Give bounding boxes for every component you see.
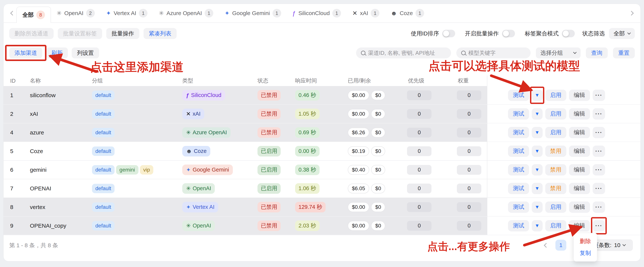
- azure-openai-icon: ✳: [159, 10, 164, 16]
- more-actions-button[interactable]: ···: [593, 146, 605, 157]
- batch-ops-button[interactable]: 批量操作: [106, 28, 139, 39]
- tabs-scroll-right[interactable]: [628, 12, 635, 15]
- test-button[interactable]: 测试: [508, 90, 529, 101]
- weight-input[interactable]: 0: [457, 146, 481, 156]
- add-channel-button[interactable]: 添加渠道: [9, 48, 42, 58]
- test-model-dropdown-button[interactable]: ▼: [532, 90, 542, 101]
- response-time-badge[interactable]: 0.46 秒: [295, 90, 320, 101]
- enable-button[interactable]: 启用: [545, 220, 566, 231]
- priority-input[interactable]: 0: [407, 109, 432, 119]
- tab-vertex-ai[interactable]: ✦Vertex AI1: [100, 4, 153, 23]
- weight-input[interactable]: 0: [457, 221, 481, 231]
- test-model-dropdown-button[interactable]: ▼: [532, 108, 542, 120]
- response-time-badge[interactable]: 0.69 秒: [295, 127, 320, 138]
- batch-tag-button[interactable]: 批量设置标签: [58, 28, 102, 39]
- test-model-dropdown-button[interactable]: ▼: [532, 127, 542, 138]
- type-pill: ✦Google Gemini: [182, 165, 233, 175]
- test-model-dropdown-button[interactable]: ▼: [532, 164, 542, 175]
- test-button[interactable]: 测试: [508, 220, 529, 231]
- weight-input[interactable]: 0: [457, 165, 481, 175]
- toggle-group: 使用ID排序开启批量操作标签聚合模式: [411, 30, 578, 38]
- model-keyword-input[interactable]: [468, 50, 526, 56]
- edit-button[interactable]: 编辑: [569, 127, 590, 138]
- tabs-scroll-left[interactable]: [9, 12, 16, 15]
- response-time-badge[interactable]: 1.06 秒: [295, 183, 320, 194]
- enable-button[interactable]: 启用: [545, 108, 566, 120]
- delete-selected-button[interactable]: 删除所选通道: [9, 28, 54, 39]
- enable-button[interactable]: 启用: [545, 201, 566, 213]
- tab-openai[interactable]: ✳OpenAI2: [51, 4, 100, 23]
- response-time-badge[interactable]: 0.00 秒: [295, 146, 320, 156]
- weight-input[interactable]: 0: [457, 109, 481, 119]
- more-actions-button[interactable]: ···: [593, 164, 605, 175]
- test-button[interactable]: 测试: [508, 108, 529, 120]
- edit-button[interactable]: 编辑: [569, 183, 590, 194]
- edit-button[interactable]: 编辑: [569, 146, 590, 157]
- menu-item-delete[interactable]: 删除: [580, 237, 591, 245]
- test-button[interactable]: 测试: [508, 127, 529, 138]
- response-time-badge[interactable]: 1.05 秒: [295, 109, 320, 119]
- test-model-dropdown-button[interactable]: ▼: [532, 201, 542, 213]
- more-actions-button[interactable]: ···: [593, 90, 605, 101]
- menu-item-copy[interactable]: 复制: [580, 249, 591, 257]
- priority-input[interactable]: 0: [407, 165, 432, 175]
- pagination-prev[interactable]: [544, 242, 548, 248]
- disable-button[interactable]: 禁用: [545, 164, 566, 175]
- priority-input[interactable]: 0: [407, 146, 432, 156]
- disable-button[interactable]: 禁用: [545, 146, 566, 157]
- edit-button[interactable]: 编辑: [569, 220, 590, 231]
- toggle-switch[interactable]: [562, 30, 575, 37]
- priority-input[interactable]: 0: [407, 128, 432, 137]
- test-button[interactable]: 测试: [508, 146, 529, 157]
- test-model-dropdown-button[interactable]: ▼: [532, 220, 542, 231]
- channel-search-input[interactable]: [368, 50, 446, 56]
- priority-input[interactable]: 0: [407, 221, 432, 231]
- response-time-badge[interactable]: 129.74 秒: [295, 202, 326, 212]
- priority-input[interactable]: 0: [407, 184, 432, 193]
- response-time-badge[interactable]: 2.03 秒: [295, 220, 320, 231]
- refresh-button[interactable]: 刷新: [46, 48, 68, 58]
- test-button[interactable]: 测试: [508, 183, 529, 194]
- test-model-dropdown-button[interactable]: ▼: [532, 183, 542, 194]
- priority-input[interactable]: 0: [407, 90, 432, 100]
- test-button[interactable]: 测试: [508, 164, 529, 175]
- enable-button[interactable]: 启用: [545, 90, 566, 101]
- response-time-badge[interactable]: 0.38 秒: [295, 165, 320, 175]
- provider-tabstrip: 全部8✳OpenAI2✦Vertex AI1✳Azure OpenAI1✦Goo…: [4, 4, 640, 23]
- tab-siliconcloud[interactable]: ƒSiliconCloud1: [287, 4, 347, 23]
- tab-google-gemini[interactable]: ✦Google Gemini1: [219, 4, 287, 23]
- pagination-page-1[interactable]: 1: [556, 240, 566, 251]
- toggle-switch[interactable]: [502, 30, 515, 37]
- disable-button[interactable]: 禁用: [545, 183, 566, 194]
- weight-input[interactable]: 0: [457, 128, 481, 137]
- edit-button[interactable]: 编辑: [569, 201, 590, 213]
- column-settings-button[interactable]: 列设置: [72, 48, 99, 58]
- more-actions-button[interactable]: ···: [593, 220, 605, 231]
- more-actions-button[interactable]: ···: [593, 183, 605, 194]
- test-button[interactable]: 测试: [508, 201, 529, 213]
- weight-input[interactable]: 0: [457, 184, 481, 193]
- priority-input[interactable]: 0: [407, 202, 432, 212]
- more-actions-button[interactable]: ···: [593, 127, 605, 138]
- query-button[interactable]: 查询: [586, 48, 608, 58]
- status-filter-select[interactable]: 全部: [609, 28, 635, 39]
- tab-azure-openai[interactable]: ✳Azure OpenAI1: [153, 4, 219, 23]
- edit-button[interactable]: 编辑: [569, 90, 590, 101]
- tab-全部[interactable]: 全部8: [16, 7, 51, 23]
- group-select[interactable]: 选择分组: [536, 48, 580, 58]
- compact-list-button[interactable]: 紧凑列表: [144, 28, 176, 39]
- toggle-switch[interactable]: [442, 30, 455, 37]
- tab-coze[interactable]: ☻Coze1: [385, 4, 430, 23]
- enable-button[interactable]: 启用: [545, 127, 566, 138]
- weight-input[interactable]: 0: [457, 90, 481, 100]
- edit-button[interactable]: 编辑: [569, 108, 590, 120]
- test-model-dropdown-button[interactable]: ▼: [532, 146, 542, 157]
- reset-button[interactable]: 重置: [613, 48, 635, 58]
- more-actions-button[interactable]: ···: [593, 201, 605, 213]
- cell-name: siliconflow: [22, 86, 84, 104]
- tab-xai[interactable]: ✕xAI1: [347, 4, 385, 23]
- type-label: Azure OpenAI: [192, 129, 227, 136]
- more-actions-button[interactable]: ···: [593, 108, 605, 120]
- edit-button[interactable]: 编辑: [569, 164, 590, 175]
- weight-input[interactable]: 0: [457, 202, 481, 212]
